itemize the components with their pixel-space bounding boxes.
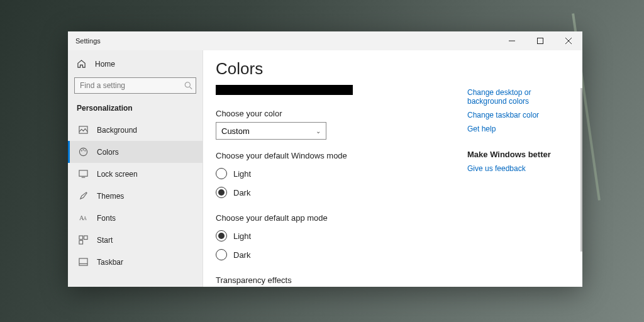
- link-change-taskbar[interactable]: Change taskbar color: [467, 111, 570, 119]
- monitor-icon: [79, 169, 88, 179]
- sidebar-item-label: Start: [97, 236, 113, 245]
- dropdown-value: Custom: [221, 126, 250, 136]
- content-area: Colors Choose your color Custom ⌄ Choose…: [203, 50, 582, 287]
- svg-rect-11: [79, 170, 87, 176]
- taskbar-icon: [79, 257, 88, 267]
- window-body: Home Personalization Background Colors L…: [68, 50, 582, 287]
- choose-color-dropdown[interactable]: Custom ⌄: [216, 122, 326, 140]
- start-icon: [79, 235, 88, 245]
- window-controls: [497, 31, 582, 50]
- titlebar: Settings: [68, 31, 582, 50]
- svg-rect-15: [79, 236, 83, 240]
- search-input[interactable]: [74, 77, 196, 94]
- maximize-button[interactable]: [526, 31, 554, 50]
- sidebar-item-colors[interactable]: Colors: [68, 141, 203, 163]
- make-windows-better-header: Make Windows better: [467, 150, 570, 159]
- link-get-help[interactable]: Get help: [467, 125, 570, 133]
- app-mode-label: Choose your default app mode: [216, 213, 448, 223]
- windows-mode-light[interactable]: Light: [216, 164, 448, 183]
- sidebar-item-fonts[interactable]: AA Fonts: [68, 207, 203, 229]
- radio-label: Dark: [233, 188, 250, 197]
- sidebar-item-background[interactable]: Background: [68, 119, 203, 141]
- sidebar-item-taskbar[interactable]: Taskbar: [68, 251, 203, 273]
- sidebar-item-start[interactable]: Start: [68, 229, 203, 251]
- close-button[interactable]: [554, 31, 582, 50]
- radio-label: Dark: [233, 250, 250, 260]
- image-icon: [79, 125, 88, 135]
- radio-label: Light: [233, 231, 251, 241]
- chevron-down-icon: ⌄: [316, 128, 321, 135]
- svg-rect-1: [537, 38, 543, 44]
- sidebar-item-label: Themes: [97, 192, 124, 201]
- nav-home-label: Home: [95, 60, 115, 69]
- radio-icon: [216, 230, 227, 242]
- sidebar-item-label: Lock screen: [97, 170, 138, 179]
- font-icon: AA: [79, 213, 88, 223]
- right-column: Change desktop or background colors Chan…: [461, 50, 582, 287]
- svg-point-10: [84, 150, 86, 152]
- search-icon: [184, 82, 192, 90]
- radio-label: Light: [233, 169, 251, 179]
- sidebar: Home Personalization Background Colors L…: [68, 50, 203, 287]
- radio-icon: [216, 187, 227, 198]
- app-mode-light[interactable]: Light: [216, 226, 448, 245]
- transparency-label: Transparency effects: [216, 275, 448, 285]
- svg-point-7: [79, 148, 87, 155]
- sidebar-item-themes[interactable]: Themes: [68, 185, 203, 207]
- svg-rect-17: [79, 240, 83, 244]
- svg-rect-16: [84, 236, 87, 240]
- windows-mode-label: Choose your default Windows mode: [216, 151, 448, 160]
- page-title: Colors: [216, 59, 448, 79]
- app-mode-group: Light Dark: [216, 226, 448, 264]
- svg-line-5: [190, 87, 192, 89]
- svg-point-8: [81, 150, 82, 152]
- sidebar-item-label: Taskbar: [97, 258, 123, 267]
- minimize-icon: [509, 38, 515, 44]
- brush-icon: [79, 191, 88, 201]
- window-title: Settings: [75, 37, 101, 45]
- close-icon: [565, 38, 572, 44]
- svg-rect-18: [79, 258, 87, 265]
- windows-mode-dark[interactable]: Dark: [216, 183, 448, 202]
- nav-home[interactable]: Home: [68, 54, 203, 74]
- choose-color-label: Choose your color: [216, 109, 448, 118]
- sidebar-item-label: Background: [97, 126, 137, 135]
- svg-point-9: [83, 149, 84, 150]
- svg-text:A: A: [84, 216, 87, 221]
- link-feedback[interactable]: Give us feedback: [467, 164, 570, 173]
- maximize-icon: [537, 38, 543, 44]
- sidebar-item-label: Fonts: [97, 214, 116, 223]
- main-column: Colors Choose your color Custom ⌄ Choose…: [203, 50, 461, 287]
- scrollbar[interactable]: [580, 88, 582, 252]
- settings-window: Settings Home: [68, 31, 582, 287]
- palette-icon: [79, 147, 88, 157]
- svg-point-4: [185, 82, 190, 87]
- windows-mode-group: Light Dark: [216, 164, 448, 202]
- search-box: [74, 77, 196, 94]
- sidebar-item-lock-screen[interactable]: Lock screen: [68, 163, 203, 185]
- link-change-desktop[interactable]: Change desktop or background colors: [467, 88, 570, 106]
- radio-icon: [216, 168, 227, 179]
- sidebar-section-header: Personalization: [68, 100, 203, 119]
- sidebar-item-label: Colors: [97, 148, 119, 157]
- minimize-button[interactable]: [497, 31, 526, 50]
- home-icon: [77, 59, 86, 69]
- radio-icon: [216, 249, 227, 260]
- color-preview: [216, 85, 353, 95]
- app-mode-dark[interactable]: Dark: [216, 245, 448, 264]
